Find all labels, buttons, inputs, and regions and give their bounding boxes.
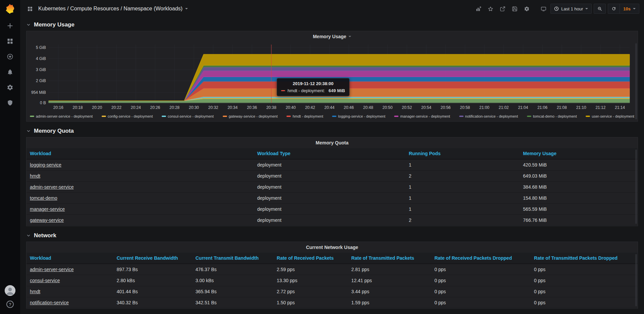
column-header-workload[interactable]: Workload bbox=[26, 253, 113, 264]
table-cell: 766.76 MiB bbox=[520, 215, 638, 226]
legend-item[interactable]: hmdt - deployment bbox=[286, 114, 323, 118]
table-cell: deployment bbox=[254, 193, 406, 204]
column-header-memory-usage[interactable]: Memory Usage bbox=[520, 148, 638, 159]
sidebar-item-explore[interactable] bbox=[0, 49, 20, 64]
x-axis-label: 20:56 bbox=[441, 105, 451, 110]
workload-link[interactable]: hmdt bbox=[30, 289, 40, 294]
memory-quota-table: WorkloadWorkload TypeRunning PodsMemory … bbox=[26, 148, 638, 226]
legend-series-name: logging-service - deployment bbox=[338, 114, 385, 118]
legend-item[interactable]: user-service - deployment bbox=[586, 114, 634, 118]
dashboard-picker-button[interactable] bbox=[25, 4, 35, 14]
column-header-rate-of-transmitted-packets-dropped[interactable]: Rate of Transmitted Packets Dropped bbox=[531, 253, 638, 264]
column-header-rate-of-received-packets[interactable]: Rate of Received Packets bbox=[273, 253, 348, 264]
legend-item[interactable]: admin-server-service - deployment bbox=[30, 114, 93, 118]
legend-series-marker bbox=[286, 116, 291, 117]
legend-series-name: hmdt - deployment bbox=[292, 114, 323, 118]
table-cell: 2 bbox=[406, 171, 520, 182]
column-header-rate-of-received-packets-dropped[interactable]: Rate of Received Packets Dropped bbox=[431, 253, 531, 264]
x-axis-label: 20:18 bbox=[73, 105, 83, 110]
sidebar-item-configuration[interactable] bbox=[0, 80, 20, 95]
panel-title-memory-usage[interactable]: Memory Usage bbox=[26, 31, 638, 42]
workload-link[interactable]: notification-service bbox=[30, 300, 69, 305]
workload-cell: hmdt bbox=[26, 171, 254, 182]
panel-title-text: Memory Usage bbox=[313, 34, 346, 39]
tooltip-series-label: hmdt - deployment: bbox=[287, 88, 325, 93]
refresh-button[interactable] bbox=[608, 4, 620, 14]
help-button[interactable]: ? bbox=[6, 301, 14, 308]
workload-link[interactable]: admin-server-service bbox=[30, 184, 74, 190]
workload-link[interactable]: admin-server-service bbox=[30, 267, 74, 272]
shield-icon bbox=[7, 100, 13, 106]
sidebar-item-server-admin[interactable] bbox=[0, 95, 20, 111]
table-cell: 0 pps bbox=[531, 264, 638, 275]
panel-scrollbar[interactable] bbox=[635, 43, 637, 119]
star-button[interactable] bbox=[485, 4, 495, 14]
table-row: logging-servicedeployment1420.59 MiB bbox=[26, 159, 638, 171]
section-header-network[interactable]: Network bbox=[26, 230, 638, 242]
table-row: notification-service340.32 Bs342.51 Bs1.… bbox=[26, 297, 638, 308]
sidebar-item-create[interactable] bbox=[0, 18, 20, 34]
table-cell: 2 bbox=[406, 215, 520, 226]
cycle-view-button[interactable] bbox=[538, 4, 548, 14]
share-button[interactable] bbox=[497, 4, 507, 14]
table-row: manager-servicedeployment1565.59 MiB bbox=[26, 204, 638, 215]
workload-link[interactable]: hmdt bbox=[30, 173, 40, 179]
column-header-current-transmit-bandwidth[interactable]: Current Transmit Bandwidth bbox=[192, 253, 273, 264]
user-avatar[interactable] bbox=[5, 285, 15, 296]
workload-link[interactable]: manager-service bbox=[30, 206, 65, 212]
panel-title-text: Current Network Usage bbox=[306, 245, 358, 250]
dashboard-settings-button[interactable] bbox=[522, 4, 532, 14]
column-header-current-receive-bandwidth[interactable]: Current Receive Bandwidth bbox=[113, 253, 192, 264]
workload-link[interactable]: consul-service bbox=[30, 278, 60, 283]
workload-link[interactable]: tomcat-demo bbox=[30, 195, 57, 201]
table-cell: 3.00 kBs bbox=[192, 275, 273, 286]
grafana-logo[interactable] bbox=[0, 0, 20, 18]
sidebar-item-dashboards[interactable] bbox=[0, 34, 20, 49]
panel-title-network-usage[interactable]: Current Network Usage bbox=[26, 242, 638, 253]
table-cell: 401.44 Bs bbox=[113, 286, 192, 297]
table-cell: 0 pps bbox=[531, 275, 638, 286]
save-button[interactable] bbox=[509, 4, 520, 14]
legend-item[interactable]: manager-service - deployment bbox=[394, 114, 450, 118]
dashboard-title[interactable]: Kubernetes / Compute Resources / Namespa… bbox=[38, 6, 188, 12]
x-axis-label: 20:36 bbox=[247, 105, 257, 110]
y-axis-label: 954 MiB bbox=[31, 90, 46, 95]
section-memory-usage: Memory Usage Memory Usage 2019-11-12 20:… bbox=[26, 19, 638, 122]
sidebar: ? bbox=[0, 0, 20, 314]
workload-link[interactable]: gateway-service bbox=[30, 217, 64, 223]
table-cell: 2.81 pps bbox=[348, 264, 431, 275]
legend-item[interactable]: config-service - deployment bbox=[102, 114, 153, 118]
legend-series-name: gateway-service - deployment bbox=[229, 114, 278, 118]
panel-scrollbar[interactable] bbox=[635, 254, 637, 306]
data-table: WorkloadCurrent Receive BandwidthCurrent… bbox=[26, 253, 638, 308]
legend-item[interactable]: notification-service - deployment bbox=[459, 114, 518, 118]
column-header-rate-of-transmitted-packets[interactable]: Rate of Transmitted Packets bbox=[348, 253, 431, 264]
refresh-interval-button[interactable]: 10s bbox=[620, 4, 639, 14]
legend-item[interactable]: tomcat-demo - deployment bbox=[527, 114, 577, 118]
legend-item[interactable]: consul-service - deployment bbox=[162, 114, 214, 118]
table-cell: 0 pps bbox=[431, 286, 531, 297]
x-axis-label: 20:30 bbox=[189, 105, 199, 110]
column-header-running-pods[interactable]: Running Pods bbox=[406, 148, 520, 159]
column-header-workload[interactable]: Workload bbox=[26, 148, 254, 159]
time-range-button[interactable]: Last 1 hour bbox=[550, 4, 592, 14]
section-header-memory-quota[interactable]: Memory Quota bbox=[26, 125, 638, 137]
panel-scrollbar[interactable] bbox=[635, 149, 637, 224]
add-panel-button[interactable] bbox=[473, 4, 483, 14]
column-header-workload-type[interactable]: Workload Type bbox=[254, 148, 406, 159]
tooltip-value: 649 MiB bbox=[329, 88, 345, 93]
table-cell: 0 pps bbox=[431, 264, 531, 275]
memory-usage-chart[interactable]: 0 B954 MiB2 GiB3 GiB4 GiB5 GiB20:1620:18… bbox=[29, 42, 635, 112]
legend-item[interactable]: gateway-service - deployment bbox=[223, 114, 278, 118]
x-axis-label: 20:16 bbox=[53, 105, 63, 110]
legend-item[interactable]: logging-service - deployment bbox=[332, 114, 385, 118]
workload-link[interactable]: logging-service bbox=[30, 162, 61, 168]
x-axis-label: 20:54 bbox=[421, 105, 431, 110]
sidebar-item-alerting[interactable] bbox=[0, 64, 20, 80]
x-axis-label: 21:04 bbox=[518, 105, 528, 110]
memory-usage-chart-area[interactable]: 2019-11-12 20:38:00 hmdt - deployment: 6… bbox=[26, 42, 638, 113]
x-axis-label: 20:46 bbox=[344, 105, 354, 110]
zoom-out-button[interactable] bbox=[594, 4, 606, 14]
section-header-memory-usage[interactable]: Memory Usage bbox=[26, 19, 638, 31]
panel-title-memory-quota[interactable]: Memory Quota bbox=[26, 137, 638, 148]
